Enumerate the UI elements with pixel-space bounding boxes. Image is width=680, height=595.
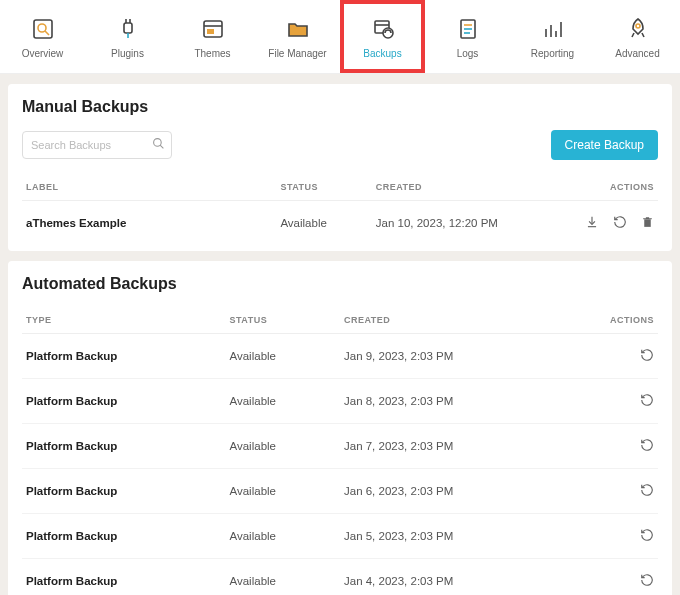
- nav-item-themes[interactable]: Themes: [170, 0, 255, 73]
- search-wrapper: [22, 131, 172, 159]
- table-row: Platform Backup Available Jan 6, 2023, 2…: [22, 469, 658, 514]
- restore-icon[interactable]: [640, 393, 654, 409]
- cell-actions: [582, 424, 658, 469]
- table-row: Platform Backup Available Jan 7, 2023, 2…: [22, 424, 658, 469]
- nav-item-overview[interactable]: Overview: [0, 0, 85, 73]
- table-row: Platform Backup Available Jan 9, 2023, 2…: [22, 334, 658, 379]
- plug-icon: [115, 16, 141, 42]
- svg-point-21: [636, 24, 640, 28]
- cell-actions: [582, 379, 658, 424]
- cell-status: Available: [226, 424, 340, 469]
- col-actions: ACTIONS: [563, 174, 658, 201]
- cell-type: Platform Backup: [22, 424, 226, 469]
- restore-icon[interactable]: [640, 438, 654, 454]
- cell-actions: [582, 559, 658, 596]
- col-status: STATUS: [276, 174, 371, 201]
- restore-icon[interactable]: [640, 483, 654, 499]
- nav-item-logs[interactable]: Logs: [425, 0, 510, 73]
- nav-item-file-manager[interactable]: File Manager: [255, 0, 340, 73]
- nav-label: Reporting: [531, 48, 574, 59]
- col-created: CREATED: [340, 307, 582, 334]
- overview-icon: [30, 16, 56, 42]
- nav-label: Plugins: [111, 48, 144, 59]
- search-icon: [152, 137, 165, 153]
- cell-type: Platform Backup: [22, 379, 226, 424]
- rocket-icon: [625, 16, 651, 42]
- cell-actions: [582, 469, 658, 514]
- table-row: Platform Backup Available Jan 5, 2023, 2…: [22, 514, 658, 559]
- window-icon: [200, 16, 226, 42]
- cell-actions: [582, 514, 658, 559]
- svg-point-22: [154, 139, 162, 147]
- cell-status: Available: [226, 334, 340, 379]
- svg-line-23: [160, 145, 163, 148]
- nav-item-plugins[interactable]: Plugins: [85, 0, 170, 73]
- cell-label: aThemes Example: [22, 201, 276, 246]
- cell-status: Available: [226, 514, 340, 559]
- cell-created: Jan 7, 2023, 2:03 PM: [340, 424, 582, 469]
- svg-rect-3: [124, 23, 132, 33]
- table-row: Platform Backup Available Jan 8, 2023, 2…: [22, 379, 658, 424]
- search-input[interactable]: [22, 131, 172, 159]
- automated-backups-panel: Automated Backups TYPE STATUS CREATED AC…: [8, 261, 672, 595]
- cell-actions: [563, 201, 658, 246]
- cell-status: Available: [226, 559, 340, 596]
- cell-status: Available: [226, 379, 340, 424]
- manual-toolbar: Create Backup: [22, 130, 658, 160]
- nav-label: Advanced: [615, 48, 659, 59]
- manual-backups-title: Manual Backups: [22, 98, 658, 116]
- svg-rect-0: [34, 20, 52, 38]
- cell-created: Jan 8, 2023, 2:03 PM: [340, 379, 582, 424]
- nav-label: Themes: [194, 48, 230, 59]
- create-backup-button[interactable]: Create Backup: [551, 130, 658, 160]
- col-actions: ACTIONS: [582, 307, 658, 334]
- restore-icon[interactable]: [640, 573, 654, 589]
- col-label: LABEL: [22, 174, 276, 201]
- cell-type: Platform Backup: [22, 559, 226, 596]
- nav-item-backups[interactable]: Backups: [340, 0, 425, 73]
- svg-point-1: [38, 24, 46, 32]
- nav-label: Logs: [457, 48, 479, 59]
- restore-icon[interactable]: [613, 215, 627, 231]
- top-nav: Overview Plugins Themes File Manager Bac…: [0, 0, 680, 74]
- bars-icon: [540, 16, 566, 42]
- cell-created: Jan 4, 2023, 2:03 PM: [340, 559, 582, 596]
- manual-backups-panel: Manual Backups Create Backup LABEL STATU…: [8, 84, 672, 251]
- cell-type: Platform Backup: [22, 514, 226, 559]
- nav-label: Overview: [22, 48, 64, 59]
- automated-backups-table: TYPE STATUS CREATED ACTIONS Platform Bac…: [22, 307, 658, 595]
- automated-backups-title: Automated Backups: [22, 275, 658, 293]
- table-row: Platform Backup Available Jan 4, 2023, 2…: [22, 559, 658, 596]
- col-type: TYPE: [22, 307, 226, 334]
- backup-icon: [370, 16, 396, 42]
- cell-actions: [582, 334, 658, 379]
- cell-status: Available: [226, 469, 340, 514]
- folder-icon: [285, 16, 311, 42]
- nav-item-advanced[interactable]: Advanced: [595, 0, 680, 73]
- table-row: aThemes Example Available Jan 10, 2023, …: [22, 201, 658, 246]
- cell-created: Jan 9, 2023, 2:03 PM: [340, 334, 582, 379]
- svg-rect-9: [207, 29, 214, 34]
- download-icon[interactable]: [585, 215, 599, 231]
- nav-item-reporting[interactable]: Reporting: [510, 0, 595, 73]
- col-status: STATUS: [226, 307, 340, 334]
- svg-line-2: [45, 31, 49, 35]
- cell-created: Jan 6, 2023, 2:03 PM: [340, 469, 582, 514]
- logs-icon: [455, 16, 481, 42]
- nav-label: Backups: [363, 48, 401, 59]
- cell-status: Available: [276, 201, 371, 246]
- restore-icon[interactable]: [640, 528, 654, 544]
- cell-type: Platform Backup: [22, 469, 226, 514]
- col-created: CREATED: [372, 174, 563, 201]
- cell-created: Jan 10, 2023, 12:20 PM: [372, 201, 563, 246]
- nav-label: File Manager: [268, 48, 326, 59]
- manual-backups-table: LABEL STATUS CREATED ACTIONS aThemes Exa…: [22, 174, 658, 245]
- restore-icon[interactable]: [640, 348, 654, 364]
- cell-created: Jan 5, 2023, 2:03 PM: [340, 514, 582, 559]
- cell-type: Platform Backup: [22, 334, 226, 379]
- trash-icon[interactable]: [641, 215, 654, 231]
